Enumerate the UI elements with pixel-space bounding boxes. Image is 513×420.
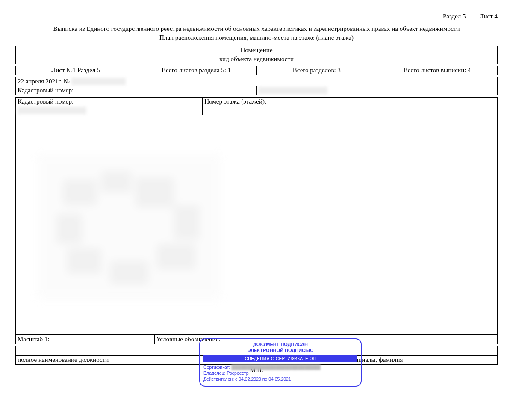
sheet-label: Лист 4 xyxy=(479,13,498,20)
stamp-cert: Сертификат: ████████████████████████████ xyxy=(203,364,357,370)
position-label: полное наименование должности xyxy=(16,356,212,365)
legend-empty xyxy=(399,335,498,344)
digital-signature-stamp: ДОКУМЕНТ ПОДПИСАН ЭЛЕКТРОННОЙ ПОДПИСЬЮ С… xyxy=(199,338,362,387)
total-sheets: Всего листов выписки: 4 xyxy=(377,66,498,75)
svg-rect-5 xyxy=(157,244,195,269)
svg-rect-7 xyxy=(67,248,101,274)
stamp-line2: ЭЛЕКТРОННОЙ ПОДПИСЬЮ xyxy=(203,348,357,354)
svg-rect-2 xyxy=(101,171,131,192)
cadastral-value: ██:██:███████:███ xyxy=(256,86,498,95)
document-title: Выписка из Единого государственного реес… xyxy=(15,25,498,33)
floor-value: 1 xyxy=(203,106,498,115)
object-caption: вид объекта недвижимости xyxy=(16,55,498,64)
object-name: Помещение xyxy=(16,46,498,55)
svg-rect-9 xyxy=(101,210,153,248)
scale-label: Масштаб 1: xyxy=(16,335,155,344)
stamp-bar: СВЕДЕНИЯ О СЕРТИФИКАТЕ ЭП xyxy=(203,355,357,362)
stamp-owner: Владелец: Росреестр xyxy=(203,370,357,376)
empty-cell xyxy=(346,346,498,355)
object-type-table: Помещение вид объекта недвижимости xyxy=(15,46,498,64)
document-subtitle: План расположения помещения, машино-мест… xyxy=(15,34,498,41)
page-header-right: Раздел 5 Лист 4 xyxy=(15,13,498,20)
cadastral-label: Кадастровый номер: xyxy=(16,86,257,95)
stamp-valid: Действителен: с 04.02.2020 по 04.05.2021 xyxy=(203,376,357,382)
svg-rect-3 xyxy=(136,177,174,207)
date-row: 22 апреля 2021г. № ████████████ xyxy=(16,77,498,86)
floor-plan-cell xyxy=(16,115,498,335)
section-label: Раздел 5 xyxy=(443,13,466,20)
floor-plan-blur-image xyxy=(37,154,221,299)
cadastral2-value: ██:██:███████:███ xyxy=(16,106,203,115)
initials-label: инициалы, фамилия xyxy=(346,356,498,365)
empty-cell xyxy=(16,346,212,355)
floor-label: Номер этажа (этажей): xyxy=(203,98,498,106)
section-sheets: Всего листов раздела 5: 1 xyxy=(136,66,256,75)
svg-rect-4 xyxy=(174,205,200,240)
total-sections: Всего разделов: 3 xyxy=(256,66,377,75)
svg-rect-8 xyxy=(56,214,82,244)
counts-table: Лист №1 Раздел 5 Всего листов раздела 5:… xyxy=(15,66,498,75)
sheet-section: Лист №1 Раздел 5 xyxy=(16,66,136,75)
svg-rect-1 xyxy=(63,180,97,205)
floor-table: Кадастровый номер: Номер этажа (этажей):… xyxy=(15,97,498,335)
cadastral2-label: Кадастровый номер: xyxy=(16,98,203,106)
svg-rect-6 xyxy=(110,261,148,284)
date-cadastral-table: 22 апреля 2021г. № ████████████ Кадастро… xyxy=(15,77,498,95)
stamp-line1: ДОКУМЕНТ ПОДПИСАН xyxy=(203,342,357,348)
redacted-number: ████████████ xyxy=(71,78,126,85)
